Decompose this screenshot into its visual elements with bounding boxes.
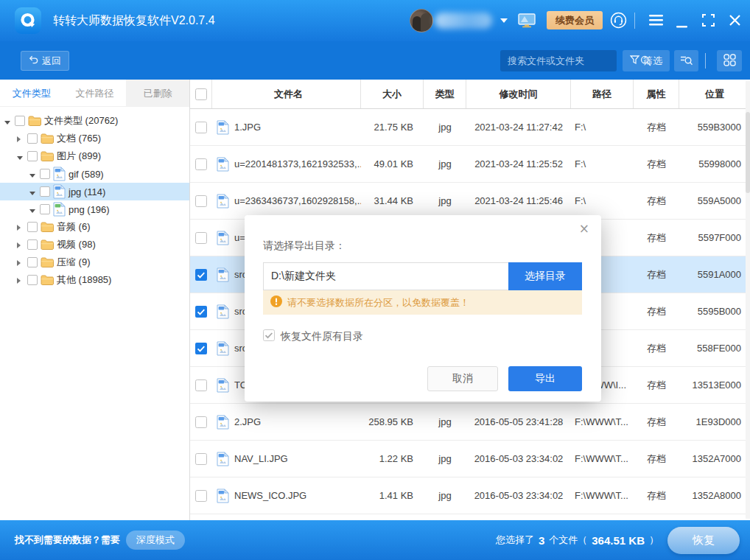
file-date: 2016-05-05 23:41:28: [466, 416, 571, 427]
row-checkbox[interactable]: [190, 232, 212, 244]
row-checkbox[interactable]: [190, 490, 212, 502]
monitor-icon[interactable]: [518, 13, 536, 30]
tree-item[interactable]: gif (589): [0, 165, 189, 183]
row-checkbox[interactable]: [190, 122, 212, 133]
scrollbar-thumb[interactable]: [746, 112, 750, 193]
tree-item[interactable]: png (196): [0, 200, 189, 218]
export-dialog: × 请选择导出目录： 选择目录 请不要选择数据所在分区，以免数据覆盖！ 恢复文件…: [245, 215, 601, 402]
table-row[interactable]: u=2201481373,1621932533,...49.01 KBjpg20…: [190, 146, 750, 183]
renew-membership-button[interactable]: 续费会员: [547, 11, 603, 29]
user-name-redacted: [435, 13, 492, 29]
column-header-type[interactable]: 类型: [424, 80, 466, 108]
image-file-icon: [217, 304, 229, 319]
table-row[interactable]: NEWS_ICO.JPG1.41 KBjpg2016-05-03 23:34:0…: [190, 477, 750, 514]
table-row[interactable]: u=2363436737,1602928158,...31.44 KBjpg20…: [190, 183, 750, 220]
tab-file-type[interactable]: 文件类型: [0, 80, 63, 106]
row-checkbox[interactable]: [190, 195, 212, 207]
tree-checkbox[interactable]: [40, 186, 50, 197]
tree-checkbox[interactable]: [27, 239, 38, 250]
user-avatar[interactable]: [410, 9, 433, 32]
tree-checkbox[interactable]: [40, 204, 50, 214]
file-date: 2016-05-03 23:34:02: [466, 490, 571, 501]
tree-item[interactable]: 文件类型 (20762): [0, 112, 189, 130]
row-checkbox[interactable]: [190, 158, 212, 170]
file-location: 5595B000: [679, 306, 750, 317]
table-row[interactable]: NAV_LI.JPG1.22 KBjpg2016-05-03 23:34:02F…: [190, 441, 750, 477]
folder-icon: [41, 150, 54, 162]
tab-file-path[interactable]: 文件路径: [63, 80, 127, 106]
restore-original-checkbox[interactable]: [263, 329, 275, 343]
row-checkbox[interactable]: [190, 306, 212, 318]
column-header-location[interactable]: 位置: [679, 80, 750, 108]
advanced-search-button[interactable]: [674, 50, 698, 71]
tree-checkbox[interactable]: [27, 222, 38, 232]
tree-item-label: 视频 (98): [57, 238, 96, 251]
tree-item[interactable]: 其他 (18985): [0, 271, 189, 289]
selection-size: 364.51 KB: [592, 534, 645, 547]
deep-mode-hint: 找不到需要的数据？需要: [15, 533, 120, 547]
tree-item[interactable]: 图片 (899): [0, 147, 189, 165]
expand-arrow-icon[interactable]: [17, 222, 24, 233]
cancel-button[interactable]: 取消: [427, 366, 498, 391]
tree-checkbox[interactable]: [27, 151, 38, 161]
tree-checkbox[interactable]: [15, 116, 25, 126]
export-button[interactable]: 导出: [508, 366, 582, 391]
collapse-arrow-icon[interactable]: [4, 116, 12, 127]
dialog-close-icon[interactable]: ×: [579, 221, 589, 236]
collapse-arrow-icon[interactable]: [29, 186, 37, 197]
choose-directory-button[interactable]: 选择目录: [508, 262, 582, 290]
row-checkbox[interactable]: [190, 379, 212, 391]
tree-item[interactable]: jpg (114): [0, 183, 189, 200]
tree-item[interactable]: 文档 (765): [0, 130, 189, 147]
column-header-attr[interactable]: 属性: [634, 80, 679, 108]
file-type: jpg: [424, 453, 466, 464]
row-checkbox[interactable]: [190, 269, 212, 281]
tree-checkbox[interactable]: [27, 257, 38, 267]
file-attr: 存档: [634, 342, 679, 355]
deep-mode-button[interactable]: 深度模式: [126, 531, 185, 550]
table-row[interactable]: 1.JPG21.75 KBjpg2021-03-24 11:27:42F:\存档…: [190, 109, 750, 146]
menu-icon[interactable]: [649, 14, 663, 28]
file-location: 5597F000: [679, 232, 750, 243]
expand-arrow-icon[interactable]: [17, 275, 24, 286]
collapse-arrow-icon[interactable]: [17, 151, 24, 162]
column-header-size[interactable]: 大小: [361, 80, 424, 108]
toolbar: 返回 筛选: [0, 41, 750, 80]
export-path-input[interactable]: [263, 262, 508, 290]
tree-checkbox[interactable]: [27, 133, 38, 144]
maximize-icon[interactable]: [702, 14, 715, 29]
tab-deleted[interactable]: 已删除: [126, 80, 189, 106]
recover-button[interactable]: 恢复: [667, 527, 740, 554]
filter-button-label: 筛选: [643, 55, 662, 68]
file-name: 2.JPG: [234, 416, 261, 427]
filter-button[interactable]: 筛选: [623, 50, 670, 71]
tree-checkbox[interactable]: [40, 169, 50, 179]
expand-arrow-icon[interactable]: [17, 257, 24, 268]
table-row[interactable]: 2.JPG258.95 KBjpg2016-05-05 23:41:28F:\W…: [190, 404, 750, 441]
column-header-path[interactable]: 路径: [571, 80, 634, 108]
vertical-scrollbar[interactable]: [746, 81, 750, 519]
tree-checkbox[interactable]: [27, 275, 38, 285]
row-checkbox[interactable]: [190, 416, 212, 428]
collapse-arrow-icon[interactable]: [29, 204, 37, 215]
expand-arrow-icon[interactable]: [17, 239, 24, 251]
select-all-checkbox[interactable]: [190, 80, 212, 108]
row-checkbox[interactable]: [190, 343, 212, 354]
file-name-cell: 1.JPG: [212, 120, 361, 135]
collapse-arrow-icon[interactable]: [29, 169, 37, 180]
close-icon[interactable]: [729, 15, 740, 28]
user-menu-caret-icon[interactable]: [500, 18, 508, 23]
view-grid-button[interactable]: [717, 50, 742, 71]
column-header-date[interactable]: 修改时间: [466, 80, 571, 108]
column-header-name[interactable]: 文件名: [212, 80, 361, 108]
row-checkbox[interactable]: [190, 453, 212, 465]
tree-item[interactable]: 压缩 (9): [0, 253, 189, 271]
headset-support-icon[interactable]: [610, 12, 627, 31]
minimize-icon[interactable]: [676, 19, 687, 30]
file-size: 31.44 KB: [361, 195, 424, 206]
tree-item[interactable]: 音频 (6): [0, 218, 189, 236]
tree-item[interactable]: 视频 (98): [0, 236, 189, 253]
back-button[interactable]: 返回: [21, 51, 69, 71]
expand-arrow-icon[interactable]: [17, 133, 24, 144]
search-input[interactable]: [500, 55, 640, 66]
